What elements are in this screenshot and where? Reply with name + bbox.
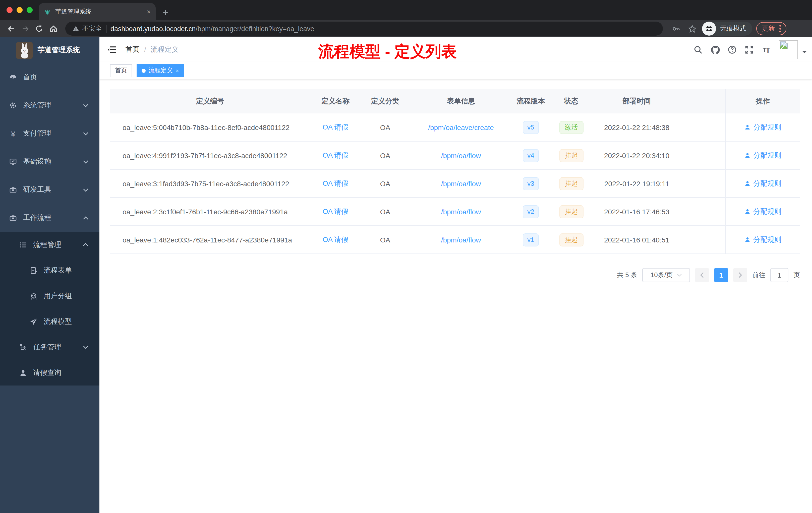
monitor-icon [9,158,17,165]
version-badge[interactable]: v4 [523,149,539,162]
tag-process-definition[interactable]: 流程定义 × [137,64,184,77]
sidebar-item-task-management[interactable]: 任务管理 [0,334,99,360]
tab-title: 芋道管理系统 [55,7,143,16]
avatar[interactable] [779,40,798,59]
tree-icon [19,343,27,351]
col-name: 定义名称 [310,97,360,106]
form-edit-icon [30,266,38,274]
sidebar-item-workflow[interactable]: 工作流程 [0,204,99,232]
new-tab-button[interactable]: + [163,7,168,17]
assign-rule-link[interactable]: 分配规则 [753,207,781,216]
sidebar-item-infrastructure[interactable]: 基础设施 [0,148,99,176]
col-form: 表单信息 [410,97,512,106]
chevron-down-icon [83,104,88,107]
tag-home[interactable]: 首页 [110,64,132,77]
sidebar-item-process-model[interactable]: 流程模型 [0,309,99,334]
sidebar-item-home[interactable]: 首页 [0,63,99,91]
window-controls[interactable] [6,7,33,13]
assign-user-icon [744,124,751,130]
table-row: oa_leave:1:482ec033-762a-11ec-8477-a2380… [110,226,800,254]
sidebar: 芋道管理系统 首页 系统管理 ¥ 支付管理 [0,37,99,513]
assign-user-icon [744,152,751,159]
url-text[interactable]: dashboard.yudao.iocoder.cn/bpm/manager/d… [111,25,314,32]
search-icon[interactable] [692,43,704,56]
dashboard-icon [9,73,17,81]
prev-page-button[interactable] [695,268,709,282]
assign-rule-link[interactable]: 分配规则 [753,151,781,160]
caret-down-icon[interactable] [802,51,807,56]
help-icon[interactable] [726,43,739,56]
status-badge: 挂起 [559,149,583,162]
breadcrumb-home[interactable]: 首页 [125,45,140,54]
hamburger-fold-icon[interactable] [108,45,117,55]
close-window-button[interactable] [6,7,12,13]
user-group-icon [30,292,38,300]
navbar-actions: TT [692,37,807,62]
version-badge[interactable]: v5 [523,121,539,134]
page-unit-label: 页 [793,271,800,280]
browser-update-button[interactable]: 更新 [756,22,786,35]
table-row: oa_leave:5:004b710b-7b8a-11ec-8ef0-acde4… [110,114,800,142]
sidebar-item-dev-tools[interactable]: 研发工具 [0,176,99,204]
browser-tab-strip: 芋道管理系统 × + [0,0,812,20]
back-icon[interactable] [5,23,17,35]
tag-close-icon[interactable]: × [176,67,179,73]
chevron-down-icon [83,160,88,163]
toolbox-icon [9,186,17,194]
col-status: 状态 [549,97,593,106]
github-icon[interactable] [708,43,722,56]
tab-close-icon[interactable]: × [147,8,151,15]
font-size-icon[interactable]: TT [760,43,773,56]
home-icon[interactable] [47,23,59,35]
status-badge: 挂起 [559,233,583,246]
assign-rule-link[interactable]: 分配规则 [753,179,781,188]
sidebar-item-process-management[interactable]: 流程管理 [0,232,99,258]
bookmark-star-icon[interactable] [686,23,698,35]
warning-triangle-icon [72,25,79,32]
sidebar-item-process-form[interactable]: 流程表单 [0,258,99,283]
maximize-window-button[interactable] [27,7,33,13]
version-badge[interactable]: v2 [523,205,539,218]
goto-page-input[interactable] [770,268,788,282]
chevron-down-icon [83,345,88,349]
app-title: 芋道管理系统 [38,46,80,55]
briefcase-icon [9,214,17,222]
assign-rule-link[interactable]: 分配规则 [753,235,781,244]
status-badge: 激活 [559,121,583,134]
reload-icon[interactable] [33,23,45,35]
col-version: 流程版本 [512,97,549,106]
minimize-window-button[interactable] [17,7,23,13]
chevron-down-icon [83,188,88,191]
sidebar-item-user-group[interactable]: 用户分组 [0,283,99,309]
browser-toolbar: 不安全 dashboard.yudao.iocoder.cn/bpm/manag… [0,20,812,37]
password-key-icon[interactable] [670,23,682,35]
col-category: 定义分类 [360,97,410,106]
version-badge[interactable]: v1 [523,233,539,246]
assign-user-icon [744,180,751,187]
status-badge: 挂起 [559,205,583,218]
next-page-button[interactable] [733,268,747,282]
app-logo-row[interactable]: 芋道管理系统 [0,37,99,63]
favicon-grass-icon [44,8,51,15]
browser-tab[interactable]: 芋道管理系统 × [39,3,156,20]
page-size-select[interactable]: 10条/页 [642,268,690,282]
col-actions: 操作 [725,89,800,114]
version-badge[interactable]: v3 [523,177,539,190]
breadcrumb-current: 流程定义 [151,45,179,54]
page-1-button[interactable]: 1 [714,268,728,282]
sidebar-item-payment[interactable]: ¥ 支付管理 [0,119,99,148]
assign-rule-link[interactable]: 分配规则 [753,123,781,132]
yuan-icon: ¥ [9,129,17,138]
table-row: oa_leave:4:991f2193-7b7f-11ec-a3c8-acde4… [110,142,800,170]
forward-icon[interactable] [19,23,31,35]
sidebar-item-system[interactable]: 系统管理 [0,91,99,119]
chevron-down-icon [83,132,88,135]
col-time: 部署时间 [593,97,680,106]
browser-menu-icon[interactable] [779,25,781,32]
address-bar[interactable]: 不安全 dashboard.yudao.iocoder.cn/bpm/manag… [65,22,663,36]
active-dot [142,68,146,72]
sidebar-item-leave-query[interactable]: 请假查询 [0,360,99,386]
list-icon [19,241,27,249]
fullscreen-icon[interactable] [743,43,756,56]
security-warning[interactable]: 不安全 [72,24,102,33]
